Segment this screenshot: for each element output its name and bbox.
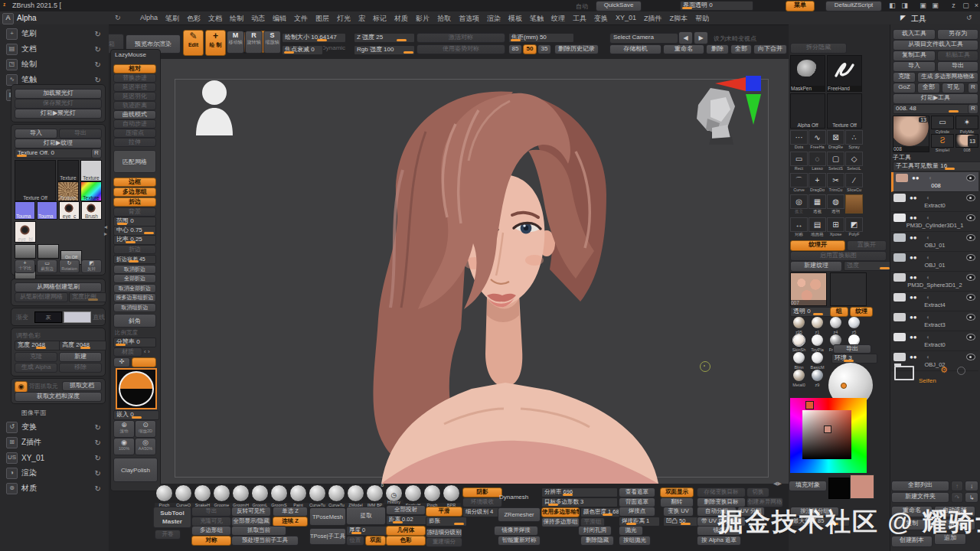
color-picker-hue[interactable]	[790, 398, 867, 473]
bottom-bottom-dyna_a-2[interactable]: 镜像并焊接	[494, 526, 538, 536]
bottom-bottom-dyna_b-7[interactable]: 删除隐藏	[580, 536, 614, 546]
toggle2-[interactable]: ▤地面格	[808, 217, 826, 237]
sculpt-bust[interactable]	[352, 78, 689, 484]
hue-marker[interactable]	[805, 401, 814, 409]
rgb-intensity-slider[interactable]: Rgb 强度 100	[354, 45, 415, 55]
select-SelectL[interactable]: ◇SelectL	[845, 152, 863, 171]
edit-button[interactable]: ✎Edit	[183, 30, 204, 56]
texture-tool-1[interactable]: ▭裁剪边	[37, 259, 57, 273]
menu-item-12[interactable]: 材质	[390, 14, 412, 24]
menu-button[interactable]: 菜单	[786, 1, 815, 11]
select-Lasso[interactable]: ◌Lasso	[808, 152, 826, 171]
brush-Groome-3[interactable]: Groome	[212, 484, 231, 507]
bottom-bottom-bpr-0[interactable]: 阴影	[462, 487, 502, 497]
material-BasicM[interactable]: BasicM	[808, 352, 826, 370]
subtool-row[interactable]: ●●◐Extract3	[891, 311, 978, 331]
current-texture-thumb[interactable]: Texture Off	[827, 93, 862, 129]
intensity-slider[interactable]: 强度	[844, 261, 891, 271]
gradient-light-swatch[interactable]	[64, 311, 91, 323]
brush-Paint-7[interactable]: Paint	[289, 484, 308, 507]
subtool-name[interactable]: Extract3	[891, 321, 978, 328]
bottom-bottom-col7-2[interactable]: 几何体	[386, 526, 426, 536]
texture-rainbow-thumb[interactable]: Texture	[80, 181, 102, 201]
mask-toggle-icon[interactable]: ◐	[929, 174, 933, 181]
move-up-button[interactable]: ↑	[951, 481, 963, 491]
visibility-eye-icon[interactable]	[966, 234, 975, 241]
visibility-eye-icon[interactable]	[966, 274, 975, 281]
default-zscript-button[interactable]: DefaultZScript	[825, 1, 882, 11]
material-Blinn[interactable]: Blinn	[790, 352, 808, 370]
focal-50-button[interactable]: 50	[523, 44, 537, 54]
lightbox-tool-button[interactable]: 灯箱▶工具	[893, 93, 978, 104]
stroke-item-1[interactable]: 替换步进	[113, 73, 156, 83]
bottom-bottom-dyna_b-3[interactable]: 颜色密度 1.685	[580, 507, 620, 517]
menu-item-11[interactable]: 标记	[369, 14, 390, 24]
make-polymesh-button[interactable]: 生成 多边形网格物体	[917, 72, 978, 83]
bottom-bottom-dyna_b-6[interactable]: 封闭孔洞	[578, 526, 612, 536]
redo-arrow-button[interactable]: ↷	[951, 492, 963, 503]
sv-marker[interactable]	[824, 425, 831, 433]
menu-item-5[interactable]: 动态	[247, 14, 269, 24]
subtool-name[interactable]: Extract4	[891, 302, 978, 308]
split-hidden-button[interactable]: 拆分隐藏	[790, 43, 847, 54]
menu-item-2[interactable]: 色彩	[183, 14, 204, 24]
grab-doc-button[interactable]: 抓取文档	[62, 381, 102, 391]
crease-item-5[interactable]: 取消组折边	[113, 303, 156, 312]
material-z4[interactable]: z4	[827, 317, 844, 334]
clone-doc-button[interactable]: 克隆	[15, 352, 57, 362]
material-z95[interactable]: z95	[790, 317, 808, 334]
brush-Pinch-0[interactable]: Pinch	[155, 484, 174, 507]
eye-texture-thumb[interactable]: eye_bl	[15, 221, 36, 243]
bottom-bottom-col6-1[interactable]: 厚度 0	[346, 526, 390, 536]
new-doc-button[interactable]: 新建	[59, 352, 102, 362]
brush-Pinch-14[interactable]: Pinch	[423, 484, 442, 507]
toggle2-PolyF[interactable]: ◩PolyF	[845, 217, 863, 236]
menu-item-7[interactable]: 文件	[290, 14, 312, 24]
bottom-bottom-mask-0[interactable]: 查看遮罩	[619, 487, 655, 497]
copy-config-icon[interactable]: ▣	[917, 2, 929, 9]
left-palette-bottom-0[interactable]: ↺变换↻	[0, 419, 109, 435]
bottom-bottom-col7-3[interactable]: 色彩	[386, 536, 426, 546]
bottom-bottom-col3-0[interactable]: 反转可见性	[231, 507, 271, 517]
texture-thumb-Touma_[interactable]: Touma_	[15, 201, 35, 220]
select-Rect[interactable]: ▭Rect	[790, 152, 808, 171]
paint-toggle-icon[interactable]: ●●	[910, 314, 917, 321]
resolution-slider[interactable]: 分辨率 0	[113, 337, 156, 347]
palette-refresh-icon[interactable]: ↻	[95, 45, 101, 54]
material-mini-button[interactable]: 材质	[113, 347, 142, 357]
brush-IMMBP-11[interactable]: 0IMM BP	[365, 484, 384, 507]
subtool-row[interactable]: ●●◐PM3D_Cylinder3D1_1	[891, 212, 978, 232]
palette-refresh-icon[interactable]: ↻	[95, 423, 101, 432]
texture-thumb-Brush[interactable]: Brush	[81, 201, 102, 220]
brush-CurveTu-8[interactable]: CurveTu	[308, 484, 327, 507]
load-tool-button[interactable]: 载入工具	[893, 29, 936, 40]
nav-滚动-button[interactable]: ⊕滚动	[113, 420, 135, 438]
bottom-bottom-dyna_b-4[interactable]: 保持多边形组	[541, 517, 580, 527]
draw-button[interactable]: +绘 制	[205, 30, 226, 56]
bottom-bottom-col2-0[interactable]: 导出	[191, 507, 231, 517]
texture-on-button[interactable]: 纹理开	[790, 240, 845, 251]
left-palette-bottom-1[interactable]: ⊞Z插件↻	[0, 435, 109, 450]
save-spotlight-button[interactable]: 保存聚光灯	[15, 99, 102, 109]
menu-item-22[interactable]: XY_01	[612, 14, 640, 24]
toggle-[interactable]: ◍透明	[827, 194, 844, 214]
goz-visible-button[interactable]: 可见	[942, 83, 965, 93]
paint-toggle-icon[interactable]: ●●	[910, 354, 917, 360]
z-intensity-slider[interactable]: Z 强度 25	[354, 33, 415, 43]
merge-down-button[interactable]: 向下合并	[753, 44, 787, 54]
tray-divider-handle[interactable]: ◂▸	[104, 223, 107, 237]
left-palette-bottom-4[interactable]: ⊛材质↻	[0, 481, 109, 496]
paint-toggle-icon[interactable]: ●●	[912, 174, 920, 181]
texture-thumb-Touma_[interactable]: Touma_	[37, 201, 57, 220]
toggle2-[interactable]: ↔对称	[790, 217, 808, 237]
new-texture-button[interactable]: 新建纹理	[790, 261, 842, 272]
stroke-type-Dots[interactable]: ···Dots	[790, 130, 808, 149]
menu-item-19[interactable]: 纹理	[547, 14, 569, 24]
bottom-bottom-col3-1[interactable]: 全部显示/隐藏	[231, 517, 271, 527]
left-palette-0[interactable]: +笔刷↻	[0, 26, 109, 41]
goz-r-button[interactable]: R	[968, 83, 978, 93]
texture-off-thumb[interactable]: Texture Off	[15, 160, 56, 201]
menu-item-21[interactable]: 变换	[590, 14, 612, 24]
tray-left-icon[interactable]: ◧	[887, 2, 898, 9]
mini-thumb-SimpleI[interactable]: ƧSimpleI	[931, 134, 954, 152]
